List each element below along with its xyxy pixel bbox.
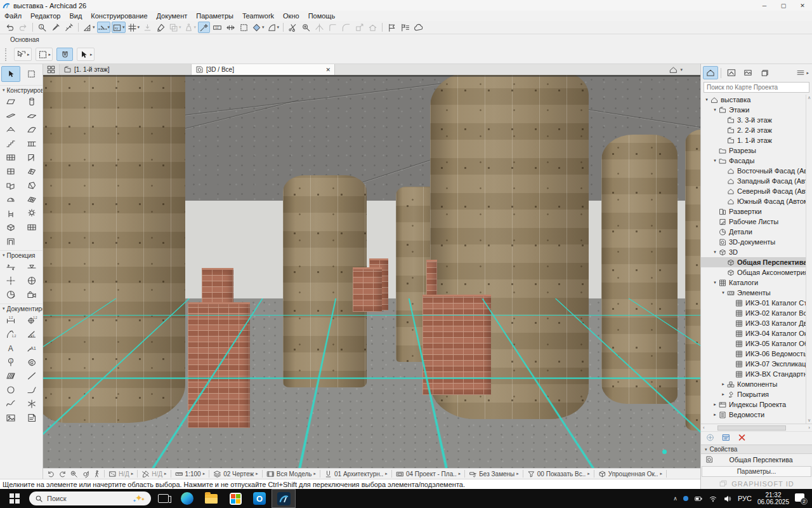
speaker-icon[interactable] (723, 495, 732, 503)
popup-navigator-button[interactable]: ▾ (666, 64, 685, 75)
tree-item[interactable]: Общая Перспектива (701, 257, 806, 267)
tool-roof[interactable] (0, 123, 22, 137)
taskbar-app-microsoft-store[interactable] (223, 489, 247, 508)
scroll-up-icon[interactable]: ∧ (808, 95, 811, 100)
toolbox-section-Конструирова[interactable]: ▾Конструирова (0, 85, 43, 95)
arrow-selection-combo-button[interactable]: ▸ (14, 48, 32, 61)
tool-column[interactable] (22, 95, 43, 109)
toolbox-section-Проекция[interactable]: ▾Проекция (0, 250, 43, 260)
tree-item[interactable]: ▾3D (701, 247, 806, 257)
tree-item[interactable]: Общая Аксонометрия (701, 267, 806, 277)
brick-pillar-mid-small[interactable] (353, 267, 382, 312)
tool-lamp[interactable] (22, 206, 43, 220)
menu-Документ[interactable]: Документ (152, 11, 192, 21)
settings-button[interactable]: Параметры... (702, 466, 811, 477)
renovation-filter-dropdown[interactable]: Без Замены▸ (467, 469, 521, 479)
tree-item[interactable]: ▾выставка (701, 95, 806, 105)
tool-skylight[interactable] (22, 164, 43, 178)
trim-button[interactable] (287, 22, 299, 33)
tool-change-marker[interactable]: 1 (0, 355, 22, 369)
tool-detail[interactable] (0, 288, 22, 302)
dropdown-arrow-icon[interactable]: ▸ (203, 471, 206, 476)
tool-interior-elevation[interactable] (0, 274, 22, 288)
tree-vertical-scrollbar[interactable]: ∧∨ (806, 95, 812, 424)
tool-morph[interactable] (22, 178, 43, 192)
add-view-button[interactable] (705, 433, 715, 443)
split-button[interactable] (313, 22, 325, 33)
tree-item[interactable]: 3D-документы (701, 237, 806, 247)
layer-combination-dropdown[interactable]: 02 Чертеж▸ (211, 469, 260, 479)
graphisoft-id-row[interactable]: GRAPHISOFT ID (701, 478, 812, 489)
taskbar-search[interactable]: Поиск ✦ ✦ ✦ (29, 491, 151, 505)
tab-close-icon[interactable]: ✕ (325, 67, 331, 73)
tree-item[interactable]: ИКЭ-02 Каталог Всех Проемов (701, 308, 806, 318)
dropdown-arrow-icon[interactable]: ▸ (256, 471, 258, 476)
pick-arrow-button[interactable]: ▸ (77, 48, 95, 61)
brick-pillar-tall-left[interactable] (188, 302, 250, 428)
marquee-tool-button[interactable] (22, 66, 41, 82)
tree-item[interactable]: ▸Компоненты (701, 379, 806, 389)
dropdown-arrow-icon[interactable]: ▾ (277, 25, 280, 30)
navigator-tab-layout-book[interactable] (740, 66, 756, 79)
stretch-button[interactable] (225, 22, 237, 33)
tree-item[interactable]: ▸Ведомости (701, 410, 806, 420)
dropdown-arrow-icon[interactable]: ▸ (164, 471, 167, 476)
adjust-button[interactable] (300, 22, 312, 33)
pick-up-parameters-button[interactable] (49, 22, 62, 33)
wood-column-far-right[interactable] (685, 130, 700, 431)
dropdown-arrow-icon[interactable]: ▾ (93, 25, 95, 30)
tree-item[interactable]: Южный Фасад (Автоматически П (701, 196, 806, 206)
tool-line[interactable] (22, 369, 43, 383)
tool-window[interactable] (0, 164, 22, 178)
arrow-tool-button[interactable] (1, 66, 20, 82)
brick-pillar-center-front[interactable] (422, 295, 491, 395)
tree-item[interactable]: ▾Фасады (701, 156, 806, 166)
scroll-down-icon[interactable]: ∨ (808, 418, 811, 423)
toolbox-section-Документирова[interactable]: ▾Документирова (0, 304, 43, 313)
dropdown-arrow-icon[interactable]: ▸ (806, 70, 809, 76)
snap-points-button[interactable] (198, 22, 210, 33)
resize-button[interactable] (353, 22, 365, 33)
taskbar-app-file-explorer[interactable] (199, 489, 223, 508)
expand-icon[interactable]: ▾ (712, 280, 718, 285)
tool-3d-document[interactable] (22, 274, 43, 288)
tool-hotspot[interactable] (22, 397, 43, 411)
expand-icon[interactable]: ▸ (712, 412, 718, 417)
taskbar-app-edge[interactable] (175, 489, 199, 508)
pen-set-na-dropdown[interactable]: Н/Д▸ (140, 469, 168, 479)
battery-icon[interactable] (694, 495, 703, 503)
menu-Конструирование[interactable]: Конструирование (86, 11, 152, 21)
polygon-shapes-button[interactable]: ▾ (251, 22, 265, 33)
tool-circle[interactable] (0, 383, 22, 397)
tree-item[interactable]: Западный Фасад (Автоматически (701, 176, 806, 186)
wood-column-left[interactable] (43, 75, 185, 423)
tool-section[interactable] (0, 260, 22, 274)
guide-lines-button[interactable]: ▾ (97, 22, 111, 33)
tree-item[interactable]: 3. 3-й этаж (701, 115, 806, 125)
tool-mesh-surface[interactable] (22, 192, 43, 206)
expand-icon[interactable]: ▸ (720, 392, 726, 397)
dropdown-arrow-icon[interactable]: ▸ (90, 52, 93, 57)
tree-item[interactable]: 1. 1-й этаж (701, 135, 806, 145)
inject-parameters-button[interactable] (63, 22, 75, 33)
zoom-to-selection-button[interactable]: 1 (36, 22, 48, 33)
navigator-tab-view-map[interactable] (724, 66, 739, 79)
tool-level-dimension[interactable]: 1,2 (22, 313, 43, 327)
edit-base-button[interactable] (367, 22, 379, 33)
tree-item[interactable]: ИКЭ-ВХ Стандартный Каталог I (701, 369, 806, 379)
wifi-icon[interactable] (709, 495, 717, 503)
marquee-area-button[interactable] (238, 22, 250, 33)
pen-set-dropdown[interactable]: 01 Архитектурн..▸ (322, 469, 390, 479)
plumb-button[interactable]: ▾ (183, 22, 197, 33)
tool-fill[interactable] (22, 355, 43, 369)
menu-Файл[interactable]: Файл (0, 11, 26, 21)
tool-polyline[interactable] (22, 383, 43, 397)
taskbar-app-outlook[interactable]: O (247, 489, 272, 508)
tool-radial-dimension[interactable]: 1,2 (0, 327, 22, 341)
tree-item[interactable]: ИКЭ-01 Каталог Стен (701, 298, 806, 308)
expand-icon[interactable]: ▾ (712, 250, 718, 255)
dropdown-arrow-icon[interactable]: ▸ (27, 52, 30, 57)
brick-pillar-sliver[interactable] (426, 260, 437, 297)
tool-text[interactable]: A (0, 341, 22, 355)
dropdown-arrow-icon[interactable]: ▾ (122, 25, 125, 30)
